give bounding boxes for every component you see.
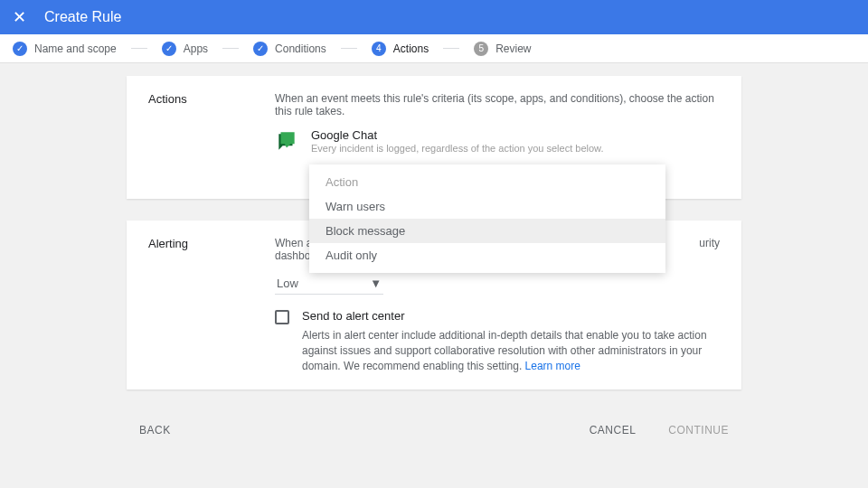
step-review: 5 Review xyxy=(474,42,531,56)
step-connector xyxy=(222,48,239,49)
continue-button[interactable]: CONTINUE xyxy=(656,417,741,444)
footer-actions: BACK CANCEL CONTINUE xyxy=(0,411,868,444)
section-label-alerting: Alerting xyxy=(148,237,275,373)
step-apps[interactable]: ✓ Apps xyxy=(162,42,208,56)
actions-card: Actions When an event meets this rule's … xyxy=(127,76,741,199)
dropdown-option-audit[interactable]: Audit only xyxy=(309,243,665,267)
dropdown-option-placeholder: Action xyxy=(309,170,665,194)
actions-description: When an event meets this rule's criteria… xyxy=(275,92,720,117)
check-icon: ✓ xyxy=(253,42,268,56)
step-connector xyxy=(341,48,357,49)
step-connector xyxy=(131,48,147,49)
close-icon[interactable]: ✕ xyxy=(13,7,26,27)
check-icon: ✓ xyxy=(162,42,176,56)
app-header: ✕ Create Rule xyxy=(0,0,868,34)
dropdown-option-block[interactable]: Block message xyxy=(309,219,665,243)
app-name: Google Chat xyxy=(311,128,720,142)
send-alert-checkbox[interactable] xyxy=(275,310,289,324)
step-connector xyxy=(443,48,459,49)
section-label-actions: Actions xyxy=(148,92,275,183)
back-button[interactable]: BACK xyxy=(127,417,184,444)
chevron-down-icon: ▼ xyxy=(370,277,382,290)
severity-select[interactable]: Low ▼ xyxy=(275,273,383,295)
check-icon: ✓ xyxy=(13,42,27,56)
app-subtext: Every incident is logged, regardless of … xyxy=(311,143,720,154)
action-dropdown-menu: Action Warn users Block message Audit on… xyxy=(309,164,665,273)
step-name-scope[interactable]: ✓ Name and scope xyxy=(13,42,117,56)
checkbox-label: Send to alert center xyxy=(302,309,720,323)
page-title: Create Rule xyxy=(44,9,121,25)
learn-more-link[interactable]: Learn more xyxy=(525,360,580,372)
dropdown-option-warn[interactable]: Warn users xyxy=(309,194,665,219)
step-number-icon: 4 xyxy=(372,42,386,56)
step-actions[interactable]: 4 Actions xyxy=(372,42,429,56)
step-conditions[interactable]: ✓ Conditions xyxy=(253,42,326,56)
step-number-icon: 5 xyxy=(474,42,488,56)
google-chat-icon xyxy=(275,130,298,154)
severity-value: Low xyxy=(277,277,298,290)
checkbox-description: Alerts in alert center include additiona… xyxy=(302,328,720,373)
wizard-stepper: ✓ Name and scope ✓ Apps ✓ Conditions 4 A… xyxy=(0,34,868,63)
cancel-button[interactable]: CANCEL xyxy=(577,417,649,444)
